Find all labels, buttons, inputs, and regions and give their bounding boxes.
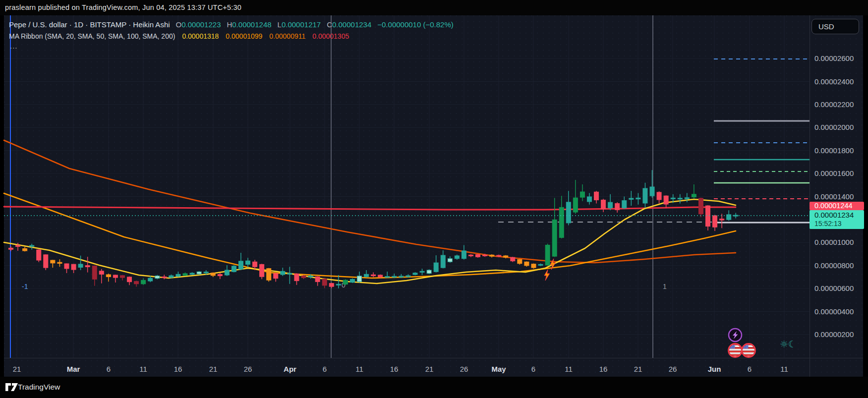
tradingview-published-chart: praslearn published on TradingView.com, …: [0, 0, 868, 398]
publish-info-text: praslearn published on TradingView.com, …: [5, 3, 241, 11]
alert-price-value: 0.00001244: [810, 202, 864, 210]
indicator-value: 0.00000911: [262, 32, 305, 40]
time-axis-label: 6: [323, 365, 327, 373]
ohlc-value: 0.00001234: [332, 20, 371, 29]
ohlc-label: C: [321, 20, 332, 29]
bar-close-countdown: 15:52:13: [810, 220, 864, 228]
symbol-header-row[interactable]: Pepe / U.S. dollar · 1D · BITSTAMP · Hei…: [9, 20, 454, 29]
price-axis-label: 0.00002000: [814, 123, 854, 131]
indicator-value: 0.00001099: [219, 32, 262, 40]
time-axis-label: Mar: [67, 365, 80, 373]
ohlc-label: L: [272, 20, 282, 29]
price-axis-border: [810, 15, 810, 377]
ohlc-label: H: [221, 20, 232, 29]
time-axis-label: 26: [669, 365, 677, 373]
time-axis-label: 26: [460, 365, 468, 373]
alert-price-badge: 0.00001244: [810, 202, 864, 210]
time-axis-label: 6: [531, 365, 535, 373]
time-axis-label: 21: [209, 365, 218, 373]
price-axis-label: 0.00001000: [814, 238, 854, 246]
price-axis-label: 0.00001800: [814, 146, 854, 155]
symbol-title: Pepe / U.S. dollar · 1D · BITSTAMP · Hei…: [9, 20, 170, 29]
time-axis-border: [4, 358, 863, 358]
price-axis-label: 0.00001400: [814, 192, 854, 201]
price-axis-label: 0.00002200: [814, 100, 854, 109]
price-axis-label: 0.00000800: [814, 261, 854, 270]
ohlc-value: 0.00001248: [232, 20, 271, 29]
tradingview-logo-icon: [5, 383, 18, 393]
publish-info-bar: praslearn published on TradingView.com, …: [0, 0, 868, 15]
indicator-value: 0.00001305: [305, 32, 349, 40]
price-axis-label: 0.00000200: [814, 330, 854, 339]
time-axis-label: 6: [107, 365, 111, 373]
time-axis-label: 21: [425, 365, 434, 373]
time-axis-label: 11: [565, 365, 573, 373]
indicator-name: MA Ribbon (SMA, 20, SMA, 50, SMA, 100, S…: [9, 32, 175, 40]
time-axis-label: 11: [139, 365, 147, 373]
time-axis-label: 16: [174, 365, 182, 373]
indicator-value: 0.00001318: [175, 32, 219, 40]
change-value: −0.00000010 (−0.82%): [371, 20, 453, 29]
time-axis-label: 26: [244, 365, 252, 373]
last-price-badge: 0.00001234 15:52:13: [810, 210, 864, 229]
ohlc-value: 0.00001223: [181, 20, 221, 29]
time-axis-label: Apr: [284, 365, 296, 373]
ohlc-value: 0.00001217: [282, 20, 321, 29]
time-axis-label: 6: [748, 365, 752, 373]
last-price-value: 0.00001234: [810, 210, 864, 220]
time-axis-label: 16: [390, 365, 399, 373]
currency-toggle-button[interactable]: USD: [811, 19, 859, 34]
time-axis-label: 16: [599, 365, 608, 373]
more-indicators-button[interactable]: ...: [10, 42, 18, 50]
time-axis-label: 21: [13, 365, 21, 373]
tradingview-logo-text: TradingView: [18, 383, 60, 392]
time-axis-label: Jun: [708, 365, 721, 373]
attribution-footer: TradingView: [0, 377, 868, 398]
ohlc-label: O: [170, 20, 182, 29]
price-axis-label: 0.00000600: [814, 284, 854, 292]
price-axis-label: 0.00002400: [814, 77, 854, 86]
price-axis-label: 0.00002600: [814, 54, 854, 62]
time-axis-label: 11: [355, 365, 363, 373]
time-axis-label: 11: [780, 365, 788, 373]
time-axis-label: 21: [634, 365, 642, 373]
indicator-header-row[interactable]: MA Ribbon (SMA, 20, SMA, 50, SMA, 100, S…: [9, 32, 349, 40]
price-axis-label: 0.00001600: [814, 169, 854, 177]
chart-surface[interactable]: [4, 15, 863, 377]
price-axis-label: 0.00000400: [814, 307, 854, 316]
time-axis-label: May: [491, 365, 506, 373]
